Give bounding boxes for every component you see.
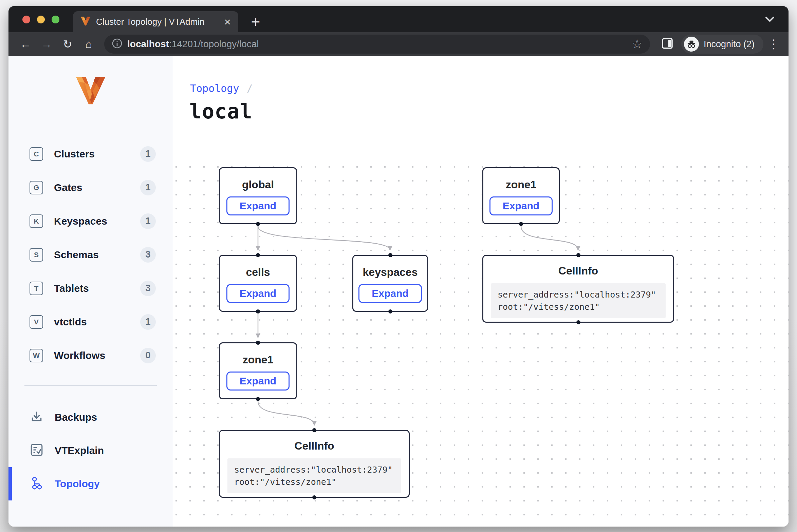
node-title: CellInfo — [558, 265, 598, 277]
connector-dot — [256, 309, 260, 314]
sidebar-item-vtexplain[interactable]: VTExplain — [8, 434, 173, 467]
url-text: localhost:14201/topology/local — [127, 39, 627, 50]
count-badge: 1 — [140, 180, 156, 195]
node-title: cells — [246, 266, 270, 279]
clusters-icon: C — [30, 147, 43, 161]
sidebar-item-backups[interactable]: Backups — [8, 401, 173, 434]
connector-dot — [576, 320, 580, 324]
count-badge: 3 — [140, 281, 156, 296]
tablets-icon: T — [30, 282, 43, 295]
sidebar-item-workflows[interactable]: W Workflows 0 — [8, 339, 173, 372]
expand-button-cells[interactable]: Expand — [226, 284, 290, 303]
sidebar-nav: C Clusters 1 G Gates 1 K Keyspaces 1 — [8, 137, 173, 372]
keyspaces-icon: K — [30, 214, 43, 228]
screen: Cluster Topology | VTAdmin × + ← → ↻ ⌂ l… — [0, 0, 797, 532]
workflows-icon: W — [30, 349, 43, 362]
bookmark-star-icon[interactable]: ☆ — [632, 37, 643, 51]
tab-strip: Cluster Topology | VTAdmin × + — [8, 6, 789, 32]
topology-node-cells: cells Expand — [219, 255, 297, 312]
sidebar-item-tablets[interactable]: T Tablets 3 — [8, 271, 173, 305]
breadcrumb-separator: / — [247, 82, 253, 94]
sidebar-item-clusters[interactable]: C Clusters 1 — [8, 137, 173, 171]
url-host: localhost — [127, 39, 169, 49]
browser-window: Cluster Topology | VTAdmin × + ← → ↻ ⌂ l… — [8, 6, 789, 527]
cellinfo-code: server_address:"localhost:2379" root:"/v… — [491, 283, 666, 318]
page-content: C Clusters 1 G Gates 1 K Keyspaces 1 — [8, 56, 789, 527]
gates-icon: G — [30, 181, 43, 194]
expand-button-zone1-top[interactable]: Expand — [489, 196, 553, 215]
browser-toolbar: ← → ↻ ⌂ localhost:14201/topology/local ☆ — [8, 32, 789, 56]
connector-dot — [388, 253, 392, 257]
active-item-indicator — [8, 467, 12, 500]
sidebar-footer-nav: Backups VTExplain Topology — [8, 401, 173, 500]
browser-tab[interactable]: Cluster Topology | VTAdmin × — [73, 11, 238, 32]
count-badge: 3 — [140, 247, 156, 263]
expand-button-keyspaces[interactable]: Expand — [358, 284, 422, 303]
incognito-label: Incognito (2) — [704, 39, 755, 50]
close-window-button[interactable] — [22, 16, 30, 23]
sidebar-item-topology[interactable]: Topology — [8, 467, 173, 500]
schemas-icon: S — [30, 248, 43, 262]
connector-dot — [576, 253, 580, 257]
node-title: zone1 — [506, 178, 537, 191]
node-title: zone1 — [243, 354, 274, 366]
sidebar-item-schemas[interactable]: S Schemas 3 — [8, 238, 173, 271]
connector-dot — [256, 222, 260, 226]
connector-dot — [312, 495, 316, 499]
address-bar[interactable]: localhost:14201/topology/local ☆ — [104, 35, 650, 54]
topology-node-keyspaces: keyspaces Expand — [352, 255, 428, 312]
topology-page: Topology / local — [173, 56, 789, 527]
vitess-logo — [8, 76, 173, 106]
zoom-window-button[interactable] — [52, 16, 59, 23]
download-icon — [30, 410, 44, 425]
vtctlds-icon: V — [30, 315, 43, 329]
url-path: :14201/topology/local — [169, 39, 259, 49]
count-badge: 1 — [140, 314, 156, 330]
page-title: local — [189, 99, 253, 123]
reload-icon[interactable]: ↻ — [59, 35, 76, 53]
count-badge: 1 — [140, 213, 156, 229]
topology-node-cellinfo-bottom: CellInfo server_address:"localhost:2379"… — [219, 430, 410, 498]
sidebar-item-vtctlds[interactable]: V vtctlds 1 — [8, 305, 173, 339]
incognito-badge[interactable]: Incognito (2) — [681, 35, 763, 54]
tab-title: Cluster Topology | VTAdmin — [96, 17, 219, 27]
incognito-icon — [684, 37, 699, 52]
node-title: CellInfo — [294, 440, 334, 452]
connector-dot — [312, 428, 316, 432]
sidebar: C Clusters 1 G Gates 1 K Keyspaces 1 — [8, 56, 173, 527]
hierarchy-icon — [30, 476, 44, 492]
traffic-lights — [22, 16, 59, 23]
tab-close-icon[interactable]: × — [224, 16, 231, 27]
site-info-icon[interactable] — [112, 38, 123, 50]
topology-node-global: global Expand — [219, 167, 297, 224]
node-title: keyspaces — [363, 266, 418, 279]
cellinfo-code: server_address:"localhost:2379" root:"/v… — [227, 458, 401, 493]
new-tab-button[interactable]: + — [246, 13, 265, 31]
tab-search-chevron-icon[interactable] — [764, 16, 776, 24]
expand-button-global[interactable]: Expand — [226, 196, 290, 215]
topology-node-cellinfo-right: CellInfo server_address:"localhost:2379"… — [482, 255, 674, 323]
home-icon[interactable]: ⌂ — [80, 35, 97, 53]
browser-menu-icon[interactable]: ⋮ — [767, 37, 780, 51]
sidebar-item-gates[interactable]: G Gates 1 — [8, 171, 173, 204]
expand-button-zone1-lower[interactable]: Expand — [226, 372, 290, 391]
connector-dot — [388, 309, 392, 314]
forward-icon: → — [38, 35, 55, 53]
connector-dot — [256, 397, 260, 401]
connector-dot — [256, 253, 260, 257]
count-badge: 0 — [140, 348, 156, 363]
back-icon[interactable]: ← — [17, 35, 34, 53]
breadcrumb: Topology / — [190, 82, 253, 94]
document-check-icon — [30, 443, 44, 458]
sidebar-item-keyspaces[interactable]: K Keyspaces 1 — [8, 204, 173, 238]
node-title: global — [242, 178, 274, 191]
count-badge: 1 — [140, 146, 156, 162]
breadcrumb-topology-link[interactable]: Topology — [190, 82, 239, 94]
sidebar-divider — [24, 385, 157, 386]
connector-dot — [256, 341, 260, 345]
minimize-window-button[interactable] — [37, 16, 45, 23]
connector-dot — [519, 222, 523, 226]
topology-node-zone1-lower: zone1 Expand — [219, 342, 297, 399]
side-panel-icon[interactable] — [662, 38, 673, 51]
topology-node-zone1-top: zone1 Expand — [482, 167, 560, 224]
